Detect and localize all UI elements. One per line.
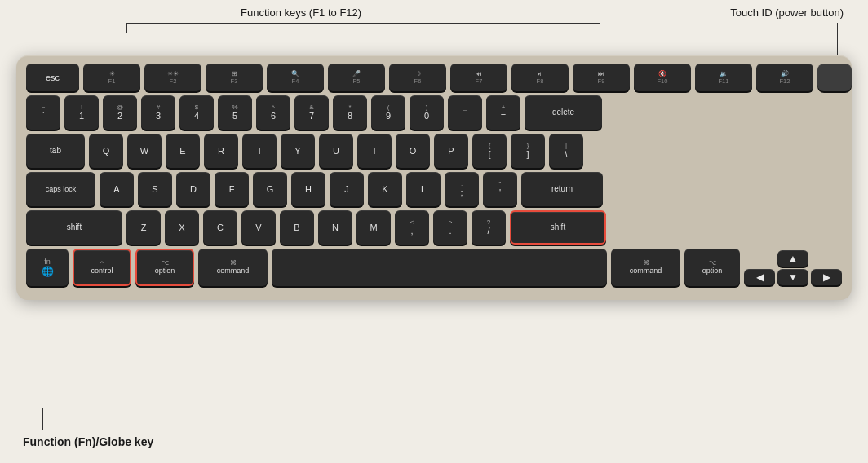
key-h[interactable]: H: [291, 172, 326, 206]
key-3[interactable]: #3: [141, 95, 175, 130]
key-t[interactable]: T: [242, 134, 277, 168]
key-l[interactable]: L: [406, 172, 441, 206]
key-r[interactable]: R: [204, 134, 238, 168]
key-option-left[interactable]: ⌥ option: [135, 249, 194, 286]
number-row: ~` !1 @2 #3 $4 %5 ^6 &7 *8 (9 )0 _- += d…: [26, 95, 842, 130]
key-j[interactable]: J: [330, 172, 364, 206]
key-equals[interactable]: +=: [486, 95, 520, 130]
key-u[interactable]: U: [319, 134, 353, 168]
key-delete[interactable]: delete: [525, 95, 602, 130]
key-command-right[interactable]: ⌘ command: [611, 249, 680, 286]
key-f3[interactable]: ⊞F3: [206, 64, 263, 91]
key-shift-right[interactable]: shift: [510, 210, 606, 245]
key-w[interactable]: W: [127, 134, 162, 168]
key-esc[interactable]: esc: [26, 64, 79, 91]
key-minus[interactable]: _-: [448, 95, 482, 130]
fn-row: esc ☀F1 ☀☀F2 ⊞F3 🔍F4 🎤F5 ☽F6 ⏮F7 ⏯F8 ⏭F9…: [26, 64, 842, 91]
key-g[interactable]: G: [253, 172, 287, 206]
key-command-left[interactable]: ⌘ command: [198, 249, 268, 286]
key-d[interactable]: D: [176, 172, 210, 206]
key-z[interactable]: Z: [126, 210, 161, 245]
key-fn[interactable]: fn 🌐: [26, 249, 69, 286]
shift-row: shift Z X C V B N M <, >. ?/ shift: [26, 210, 842, 245]
key-arrow-right[interactable]: ▶: [811, 269, 842, 285]
key-f12[interactable]: 🔊F12: [756, 64, 813, 91]
key-f4[interactable]: 🔍F4: [267, 64, 324, 91]
key-f6[interactable]: ☽F6: [389, 64, 446, 91]
key-6[interactable]: ^6: [256, 95, 290, 130]
touch-id-line: [837, 23, 838, 60]
key-backslash[interactable]: |\: [549, 134, 583, 168]
key-semicolon[interactable]: :;: [445, 172, 479, 206]
key-space[interactable]: [272, 249, 607, 286]
key-period[interactable]: >.: [433, 210, 467, 245]
key-f7[interactable]: ⏮F7: [450, 64, 507, 91]
key-k[interactable]: K: [368, 172, 402, 206]
key-f2[interactable]: ☀☀F2: [144, 64, 202, 91]
key-8[interactable]: *8: [333, 95, 367, 130]
home-row: caps lock A S D F G H J K L :; "' return: [26, 172, 842, 206]
key-b[interactable]: B: [280, 210, 314, 245]
key-f10[interactable]: 🔇F10: [634, 64, 691, 91]
function-keys-line-left: [126, 23, 127, 33]
key-4[interactable]: $4: [179, 95, 214, 130]
key-f11[interactable]: 🔉F11: [695, 64, 752, 91]
function-keys-line: [126, 23, 600, 24]
key-close-bracket[interactable]: }]: [511, 134, 545, 168]
key-p[interactable]: P: [434, 134, 468, 168]
fn-globe-line: [42, 408, 43, 430]
key-option-right[interactable]: ⌥ option: [684, 249, 740, 286]
key-v[interactable]: V: [241, 210, 276, 245]
key-o[interactable]: O: [396, 134, 430, 168]
key-slash[interactable]: ?/: [472, 210, 506, 245]
key-x[interactable]: X: [165, 210, 199, 245]
key-7[interactable]: &7: [294, 95, 329, 130]
key-return[interactable]: return: [521, 172, 603, 206]
key-f8[interactable]: ⏯F8: [512, 64, 569, 91]
key-capslock[interactable]: caps lock: [26, 172, 95, 206]
key-0[interactable]: )0: [410, 95, 444, 130]
key-shift-left[interactable]: shift: [26, 210, 122, 245]
key-arrow-up[interactable]: ▲: [777, 250, 808, 267]
qwerty-row: tab Q W E R T Y U I O P {[ }] |\: [26, 134, 842, 168]
key-m[interactable]: M: [356, 210, 391, 245]
function-keys-label: Function keys (F1 to F12): [241, 7, 361, 19]
key-5[interactable]: %5: [218, 95, 252, 130]
key-a[interactable]: A: [100, 172, 134, 206]
fn-globe-label: Function (Fn)/Globe key: [23, 435, 153, 448]
bottom-row: fn 🌐 ^ control ⌥ option ⌘ command ⌘ comm…: [26, 249, 842, 286]
arrow-cluster: ▲ ◀ ▼ ▶: [744, 250, 842, 285]
key-comma[interactable]: <,: [395, 210, 429, 245]
key-s[interactable]: S: [138, 172, 172, 206]
key-backtick[interactable]: ~`: [26, 95, 60, 130]
key-i[interactable]: I: [357, 134, 392, 168]
key-c[interactable]: C: [203, 210, 237, 245]
keyboard: esc ☀F1 ☀☀F2 ⊞F3 🔍F4 🎤F5 ☽F6 ⏮F7 ⏯F8 ⏭F9…: [16, 55, 852, 300]
key-control-left[interactable]: ^ control: [73, 249, 131, 286]
key-f9[interactable]: ⏭F9: [573, 64, 630, 91]
key-open-bracket[interactable]: {[: [472, 134, 507, 168]
key-y[interactable]: Y: [281, 134, 315, 168]
key-arrow-down[interactable]: ▼: [777, 269, 808, 285]
key-arrow-left[interactable]: ◀: [744, 269, 775, 285]
key-q[interactable]: Q: [89, 134, 123, 168]
key-f5[interactable]: 🎤F5: [328, 64, 385, 91]
key-e[interactable]: E: [166, 134, 200, 168]
key-n[interactable]: N: [318, 210, 352, 245]
touch-id-label: Touch ID (power button): [730, 7, 844, 19]
key-quote[interactable]: "': [483, 172, 517, 206]
key-f[interactable]: F: [215, 172, 249, 206]
key-9[interactable]: (9: [371, 95, 405, 130]
key-2[interactable]: @2: [103, 95, 137, 130]
key-1[interactable]: !1: [64, 95, 99, 130]
key-tab[interactable]: tab: [26, 134, 85, 168]
key-touchid[interactable]: [817, 64, 852, 91]
key-f1[interactable]: ☀F1: [83, 64, 140, 91]
